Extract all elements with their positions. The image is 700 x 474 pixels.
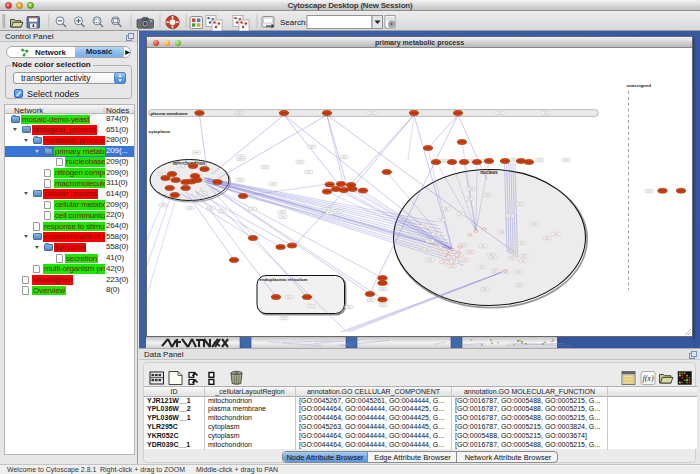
svg-text:endoplasmic reticulum: endoplasmic reticulum xyxy=(260,277,308,282)
svg-text:plasma membrane: plasma membrane xyxy=(151,111,189,116)
svg-text:nucleus: nucleus xyxy=(480,170,498,175)
svg-text:f(x): f(x) xyxy=(642,374,653,383)
svg-text:cytoplasm: cytoplasm xyxy=(149,129,171,134)
svg-text:Search:: Search: xyxy=(280,18,308,27)
svg-text:unassigned: unassigned xyxy=(627,83,652,88)
